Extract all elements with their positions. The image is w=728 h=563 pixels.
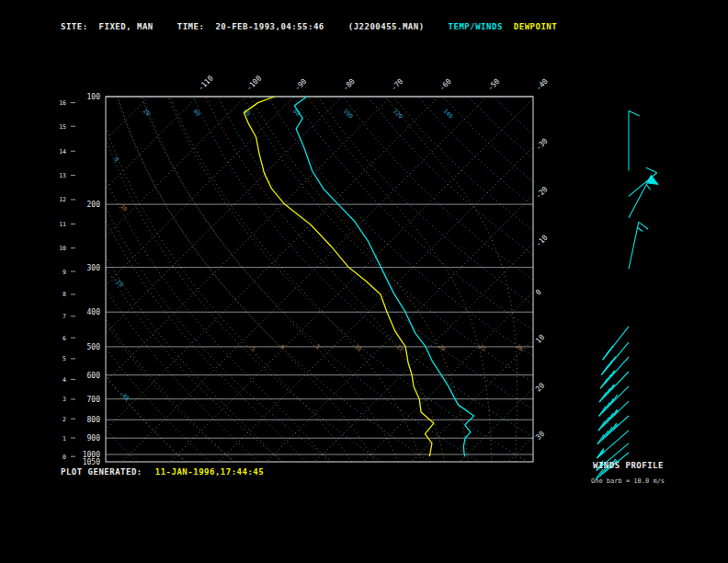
- winds-profile-legend: One barb = 10.0 m/s: [591, 477, 665, 485]
- svg-text:-60: -60: [438, 77, 453, 93]
- svg-text:-80: -80: [341, 77, 357, 93]
- dewpoint-curve: [244, 97, 433, 456]
- svg-text:-20: -20: [112, 276, 125, 289]
- svg-text:-20: -20: [534, 185, 550, 201]
- svg-text:14: 14: [59, 148, 66, 155]
- svg-text:10: 10: [354, 343, 363, 352]
- svg-text:40: 40: [191, 108, 201, 118]
- svg-text:3: 3: [63, 396, 66, 403]
- svg-text:0: 0: [534, 288, 543, 297]
- svg-text:100: 100: [341, 108, 354, 121]
- svg-text:400: 400: [87, 308, 101, 316]
- svg-text:20: 20: [142, 108, 152, 118]
- svg-text:600: 600: [87, 372, 101, 380]
- svg-text:6: 6: [63, 335, 66, 342]
- plot-generated-value: 11-JAN-1996,17:44:45: [155, 467, 264, 477]
- svg-text:-110: -110: [197, 74, 215, 92]
- svg-text:1: 1: [63, 435, 66, 442]
- svg-text:16: 16: [59, 99, 66, 107]
- svg-text:20: 20: [438, 343, 447, 352]
- svg-text:-70: -70: [390, 77, 405, 93]
- svg-text:-40: -40: [534, 77, 550, 93]
- svg-text:5: 5: [63, 355, 66, 362]
- svg-text:4: 4: [63, 376, 66, 384]
- svg-text:13: 13: [59, 172, 66, 179]
- svg-text:0: 0: [279, 343, 287, 350]
- svg-text:300: 300: [87, 264, 101, 272]
- svg-text:200: 200: [87, 201, 101, 209]
- svg-text:900: 900: [87, 434, 101, 442]
- svg-text:-30: -30: [534, 136, 550, 152]
- svg-text:-100: -100: [245, 74, 263, 92]
- plot-generated-label: PLOT GENERATED:: [61, 467, 142, 477]
- svg-text:100: 100: [87, 93, 101, 101]
- svg-text:7: 7: [63, 313, 66, 320]
- svg-text:800: 800: [87, 416, 101, 424]
- svg-text:-10: -10: [118, 201, 130, 213]
- svg-text:12: 12: [59, 196, 66, 203]
- svg-text:0: 0: [112, 155, 119, 163]
- moist-adiabat-labels: -10-5051015202530: [118, 201, 525, 352]
- svg-text:8: 8: [63, 291, 66, 298]
- svg-text:10: 10: [534, 333, 546, 345]
- skewt-screen: SITE: FIXED, MAN TIME: 20-FEB-1993,04:55…: [0, 0, 728, 563]
- svg-text:-50: -50: [486, 77, 502, 93]
- svg-text:-10: -10: [534, 233, 550, 248]
- svg-text:25: 25: [478, 343, 487, 352]
- winds-profile-title: WINDS PROFILE: [593, 461, 664, 470]
- wind-barbs: [596, 110, 657, 478]
- svg-text:15: 15: [59, 123, 66, 131]
- svg-text:-40: -40: [118, 389, 131, 402]
- dry-adiabat-labels: 204060801001201400-20-40: [112, 108, 455, 403]
- svg-text:30: 30: [516, 343, 525, 352]
- svg-text:5: 5: [314, 343, 322, 350]
- svg-text:500: 500: [87, 343, 101, 351]
- axis-labels: 1002003004005006007008009001000105016151…: [59, 74, 550, 466]
- svg-text:60: 60: [242, 108, 252, 118]
- svg-text:11: 11: [59, 221, 66, 228]
- svg-text:-90: -90: [293, 77, 309, 93]
- svg-text:1050: 1050: [83, 458, 100, 466]
- svg-text:20: 20: [534, 381, 546, 393]
- svg-text:700: 700: [87, 396, 101, 404]
- svg-text:9: 9: [63, 269, 66, 276]
- svg-text:-5: -5: [247, 343, 256, 352]
- temperature-curve: [294, 97, 473, 456]
- svg-text:140: 140: [441, 108, 454, 121]
- svg-text:0: 0: [63, 454, 66, 461]
- svg-text:10: 10: [59, 245, 66, 252]
- footer: PLOT GENERATED: 11-JAN-1996,17:44:45: [61, 467, 277, 477]
- svg-text:2: 2: [63, 416, 66, 423]
- svg-text:30: 30: [534, 430, 546, 442]
- plot-frame: [106, 97, 533, 462]
- svg-text:120: 120: [392, 108, 404, 121]
